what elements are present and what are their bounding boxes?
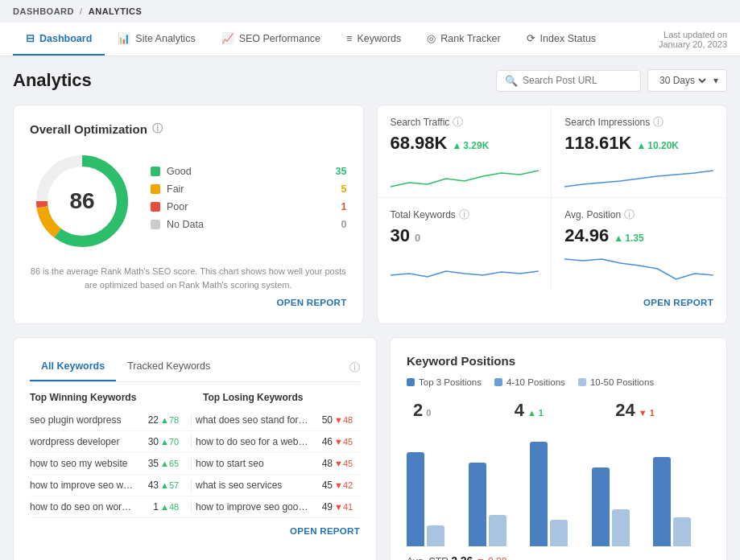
avg-ctr: Avg. CTR 2.26 ▼ 0.28 [407, 554, 506, 560]
open-report-link[interactable]: OPEN REPORT [643, 298, 713, 307]
optimization-open-report[interactable]: OPEN REPORT [30, 298, 347, 307]
bar-group [592, 467, 649, 546]
losing-pos: 45 [310, 480, 333, 491]
main-tabs: ⊟ Dashboard 📊 Site Analytics 📈 SEO Perfo… [13, 23, 609, 56]
last-updated: Last updated on January 20, 2023 [659, 30, 727, 49]
winning-change: ▲65 [160, 459, 186, 468]
tab-bar: ⊟ Dashboard 📊 Site Analytics 📈 SEO Perfo… [0, 23, 740, 56]
arrow-up-traffic: ▲ [452, 140, 461, 151]
stats-grid: Search Traffic ⓘ 68.98K ▲ 3.29K [378, 105, 727, 290]
fair-dot [151, 184, 160, 194]
traffic-chart [391, 159, 539, 191]
search-stats-card: Search Traffic ⓘ 68.98K ▲ 3.29K [377, 105, 728, 324]
legend-item-nodata: No Data 0 [151, 219, 347, 230]
kw-tab-tracked[interactable]: Tracked Keywords [116, 354, 221, 381]
kp-footer: Avg. CTR 2.26 ▼ 0.28 OPEN REPORT [407, 553, 710, 560]
days-dropdown[interactable]: 30 Days 7 Days 14 Days 90 Days ▾ [647, 69, 727, 92]
losing-name: how to do seo for a website [196, 436, 308, 447]
stat-avg-position: Avg. Position ⓘ 24.96 ▲ 1.35 [552, 198, 726, 290]
4-10-dot [494, 378, 502, 386]
keywords-card: All Keywords Tracked Keywords ⓘ Top Winn… [13, 337, 377, 560]
losing-pos: 50 [310, 414, 333, 426]
bar-group [407, 452, 464, 546]
losing-pos: 48 [310, 458, 333, 469]
bar-chart [407, 434, 710, 546]
winning-name: how to improve seo wordp... [30, 480, 134, 491]
winning-name: how to seo my website [30, 458, 134, 469]
donut-score: 86 [69, 188, 94, 214]
legend-item-good: Good 35 [151, 166, 347, 177]
site-analytics-icon: 📊 [118, 32, 130, 44]
kw-row: seo plugin wordpress 22 ▲78 what does se… [30, 410, 360, 431]
bar-group [530, 442, 587, 546]
winning-change: ▲78 [160, 415, 186, 425]
legend-item-fair: Fair 5 [151, 183, 347, 195]
top-row: Overall Optimization ⓘ [13, 105, 727, 324]
optimization-title: Overall Optimization ⓘ [30, 121, 347, 136]
winning-change: ▲48 [160, 502, 186, 512]
stat-search-traffic: Search Traffic ⓘ 68.98K ▲ 3.29K [378, 105, 552, 198]
winning-pos: 22 [136, 414, 159, 426]
impressions-chart [564, 159, 713, 191]
kw-rows: seo plugin wordpress 22 ▲78 what does se… [30, 410, 360, 518]
legend-item-poor: Poor 1 [151, 201, 347, 212]
losing-change: ▼45 [334, 459, 360, 468]
bottom-row: All Keywords Tracked Keywords ⓘ Top Winn… [13, 337, 727, 560]
tab-index-status[interactable]: ⟳ Index Status [514, 23, 610, 56]
rank-tracker-icon: ◎ [427, 32, 436, 44]
bar-group [653, 457, 710, 546]
tab-dashboard[interactable]: ⊟ Dashboard [13, 23, 105, 56]
bar-dark [469, 463, 486, 546]
keywords-open-report[interactable]: OPEN REPORT [30, 526, 360, 536]
nodata-dot [151, 220, 160, 229]
bar-dark [407, 452, 424, 546]
kp-stats: 2 0 4 ▲ 1 24 ▼ 1 [407, 397, 710, 424]
optimization-body: 86 Good 35 Fair 5 P [30, 149, 347, 253]
bar-group [469, 463, 526, 546]
seo-performance-icon: 📈 [221, 32, 234, 44]
kw-row: wordpress developer 30 ▲70 how to do seo… [30, 431, 360, 453]
kw-row: how to do seo on wordpress 1 ▲48 how to … [30, 496, 360, 518]
losing-name: how to start seo [196, 458, 308, 469]
keywords-icon: ≡ [346, 33, 352, 44]
tab-keywords[interactable]: ≡ Keywords [333, 23, 414, 56]
winning-pos: 30 [136, 436, 159, 447]
index-status-icon: ⟳ [527, 32, 535, 44]
bar-light [612, 509, 630, 546]
losing-name: what is seo services [196, 480, 308, 491]
optimization-legend: Good 35 Fair 5 Poor 1 N [151, 166, 347, 237]
losing-change: ▼48 [334, 415, 360, 425]
optimization-card: Overall Optimization ⓘ [13, 105, 364, 324]
kw-row: how to improve seo wordp... 43 ▲57 what … [30, 475, 360, 496]
arrow-up-position: ▲ [614, 233, 623, 244]
winning-change: ▲70 [160, 437, 186, 447]
help-icon-position: ⓘ [624, 208, 635, 222]
search-input[interactable] [523, 75, 632, 86]
keyword-positions-card: Keyword Positions Top 3 Positions 4-10 P… [390, 337, 727, 560]
poor-dot [151, 202, 160, 212]
chevron-down-icon: ▾ [713, 75, 718, 86]
stat-search-impressions: Search Impressions ⓘ 118.61K ▲ 10.20K [552, 105, 726, 198]
bar-light [489, 515, 506, 546]
search-box[interactable]: 🔍 [496, 70, 641, 92]
bar-light [673, 517, 691, 546]
kw-tab-all[interactable]: All Keywords [30, 354, 116, 381]
winning-change: ▲57 [160, 480, 186, 490]
help-icon-kw: ⓘ [349, 354, 360, 381]
page-title: Analytics [13, 70, 92, 91]
losing-change: ▼41 [334, 502, 360, 512]
kw-row: how to seo my website 35 ▲65 how to star… [30, 453, 360, 475]
tab-seo-performance[interactable]: 📈 SEO Performance [209, 23, 333, 56]
kw-tab-bar: All Keywords Tracked Keywords ⓘ [30, 354, 360, 382]
days-select[interactable]: 30 Days 7 Days 14 Days 90 Days [656, 74, 709, 87]
legend-top3: Top 3 Positions [407, 377, 482, 387]
help-icon-keywords: ⓘ [459, 208, 469, 222]
tab-rank-tracker[interactable]: ◎ Rank Tracker [414, 23, 513, 56]
10-50-dot [578, 378, 586, 386]
header-controls: 🔍 30 Days 7 Days 14 Days 90 Days ▾ [496, 69, 727, 92]
breadcrumb-current: ANALYTICS [89, 6, 142, 16]
optimization-footer: 86 is the average Rank Math's SEO score.… [30, 265, 347, 291]
losing-pos: 46 [310, 436, 333, 447]
dashboard-icon: ⊟ [26, 32, 35, 44]
tab-site-analytics[interactable]: 📊 Site Analytics [105, 23, 208, 56]
